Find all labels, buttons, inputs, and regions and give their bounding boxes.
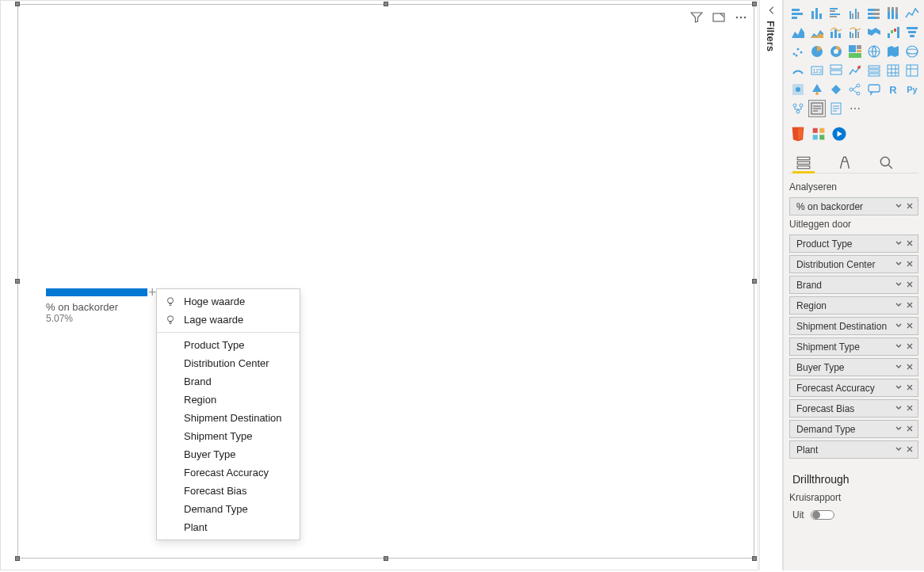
- clustered-column-chart-icon[interactable]: [846, 5, 864, 22]
- clustered-bar-chart-icon[interactable]: [827, 5, 845, 22]
- shape-map-icon[interactable]: [903, 43, 921, 60]
- grid-visual-icon[interactable]: [810, 125, 827, 143]
- resize-handle[interactable]: [384, 556, 388, 561]
- chevron-down-icon[interactable]: [893, 280, 904, 291]
- chevron-down-icon[interactable]: [893, 362, 904, 373]
- menu-item-field[interactable]: Shipment Type: [157, 427, 300, 445]
- explain-field-well[interactable]: Region: [789, 296, 918, 315]
- line-chart-icon[interactable]: [903, 5, 921, 22]
- resize-handle[interactable]: [15, 279, 20, 284]
- python-visual-icon[interactable]: Py: [903, 81, 921, 98]
- remove-field-icon[interactable]: [904, 424, 915, 435]
- line-stacked-column-icon[interactable]: [827, 24, 845, 41]
- slicer-icon[interactable]: [865, 62, 883, 79]
- narrative-visual-icon[interactable]: [808, 100, 826, 117]
- explain-field-well[interactable]: Brand: [789, 276, 918, 294]
- gauge-icon[interactable]: [789, 62, 807, 79]
- stacked-area-chart-icon[interactable]: [808, 24, 826, 41]
- chevron-down-icon[interactable]: [893, 444, 904, 456]
- power-apps-icon[interactable]: [827, 81, 845, 98]
- chevron-down-icon[interactable]: [893, 321, 904, 332]
- menu-item-field[interactable]: Distribution Center: [157, 354, 300, 372]
- scatter-chart-icon[interactable]: [789, 43, 807, 60]
- bar-expand-icon[interactable]: +: [148, 285, 157, 299]
- explain-field-well[interactable]: Shipment Destination: [789, 317, 918, 335]
- remove-field-icon[interactable]: [904, 280, 915, 291]
- filters-pane-collapsed[interactable]: Filters: [759, 0, 783, 570]
- r-visual-icon[interactable]: R: [884, 81, 902, 98]
- analyze-field-well[interactable]: % on backorder: [789, 197, 918, 215]
- explain-field-well[interactable]: Buyer Type: [789, 358, 918, 376]
- remove-field-icon[interactable]: [904, 238, 915, 250]
- line-clustered-column-icon[interactable]: [846, 24, 864, 41]
- menu-item-field[interactable]: Product Type: [157, 336, 300, 354]
- explain-field-well[interactable]: Demand Type: [789, 420, 918, 438]
- chevron-down-icon[interactable]: [893, 238, 904, 250]
- explain-field-well[interactable]: Plant: [789, 440, 918, 459]
- donut-chart-icon[interactable]: [827, 43, 845, 60]
- chevron-down-icon[interactable]: [893, 300, 904, 311]
- remove-field-icon[interactable]: [904, 259, 915, 270]
- chevron-down-icon[interactable]: [893, 341, 904, 353]
- report-canvas[interactable]: + % on backorder 5.07% Hoge waarde Lage …: [0, 0, 758, 570]
- menu-item-field[interactable]: Plant: [157, 518, 300, 536]
- filled-map-icon[interactable]: [884, 43, 902, 60]
- menu-item-field[interactable]: Shipment Destination: [157, 409, 300, 427]
- visual-frame[interactable]: + % on backorder 5.07% Hoge waarde Lage …: [17, 4, 754, 559]
- decomposition-tree-icon[interactable]: [846, 81, 864, 98]
- treemap-icon[interactable]: [846, 43, 864, 60]
- resize-handle[interactable]: [15, 2, 20, 6]
- more-options-icon[interactable]: [735, 11, 747, 26]
- hundred-stacked-bar-icon[interactable]: [865, 5, 883, 22]
- area-chart-icon[interactable]: [789, 24, 807, 41]
- remove-field-icon[interactable]: [904, 444, 915, 456]
- menu-item-field[interactable]: Buyer Type: [157, 445, 300, 463]
- paginated-report-icon[interactable]: [827, 100, 845, 117]
- ribbon-chart-icon[interactable]: [865, 24, 883, 41]
- chevron-down-icon[interactable]: [893, 424, 904, 435]
- resize-handle[interactable]: [384, 2, 388, 6]
- focus-mode-icon[interactable]: [712, 11, 725, 26]
- menu-item-low-value[interactable]: Lage waarde: [157, 311, 300, 329]
- resize-handle[interactable]: [15, 556, 20, 561]
- explain-field-well[interactable]: Distribution Center: [789, 255, 918, 273]
- remove-field-icon[interactable]: [904, 300, 915, 311]
- remove-field-icon[interactable]: [904, 383, 915, 394]
- menu-item-field[interactable]: Demand Type: [157, 500, 300, 518]
- remove-field-icon[interactable]: [904, 321, 915, 332]
- resize-handle[interactable]: [752, 556, 757, 561]
- map-icon[interactable]: [865, 43, 883, 60]
- remove-field-icon[interactable]: [904, 341, 915, 353]
- menu-item-field[interactable]: Brand: [157, 372, 300, 391]
- explain-field-well[interactable]: Forecast Accuracy: [789, 379, 918, 397]
- expand-filters-icon[interactable]: [766, 5, 777, 18]
- qa-icon[interactable]: [865, 81, 883, 98]
- explain-field-well[interactable]: Shipment Type: [789, 337, 918, 356]
- key-influencers-icon[interactable]: [789, 100, 807, 117]
- format-tab[interactable]: [835, 152, 854, 173]
- menu-item-field[interactable]: Forecast Bias: [157, 482, 300, 500]
- chevron-down-icon[interactable]: [893, 383, 904, 394]
- matrix-icon[interactable]: [903, 62, 921, 79]
- arcgis-map-icon[interactable]: [808, 81, 826, 98]
- fields-tab[interactable]: [794, 152, 813, 173]
- remove-field-icon[interactable]: [904, 362, 915, 373]
- funnel-chart-icon[interactable]: [903, 24, 921, 41]
- explain-field-well[interactable]: Product Type: [789, 235, 918, 253]
- cross-report-toggle[interactable]: [811, 510, 834, 520]
- hundred-stacked-column-icon[interactable]: [884, 5, 902, 22]
- remove-field-icon[interactable]: [904, 403, 915, 414]
- pie-chart-icon[interactable]: [808, 43, 826, 60]
- html5-visual-icon[interactable]: [789, 125, 807, 143]
- stacked-bar-chart-icon[interactable]: [789, 5, 807, 22]
- menu-item-high-value[interactable]: Hoge waarde: [157, 292, 300, 311]
- table-icon[interactable]: [884, 62, 902, 79]
- explain-field-well[interactable]: Forecast Bias: [789, 399, 918, 418]
- chevron-down-icon[interactable]: [893, 403, 904, 414]
- waterfall-chart-icon[interactable]: [884, 24, 902, 41]
- kpi-icon[interactable]: [846, 62, 864, 79]
- resize-handle[interactable]: [752, 279, 757, 284]
- get-more-visuals-icon[interactable]: ⋯: [846, 100, 864, 117]
- resize-handle[interactable]: [752, 2, 757, 6]
- filter-icon[interactable]: [690, 11, 703, 26]
